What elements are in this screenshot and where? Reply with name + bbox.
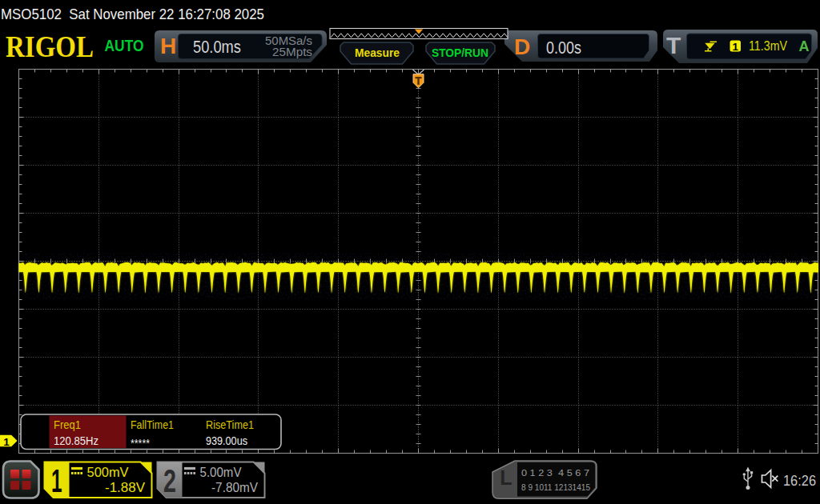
svg-text:H: H	[160, 34, 176, 58]
svg-text:L: L	[500, 466, 512, 489]
svg-text:RIGOL: RIGOL	[6, 30, 94, 63]
svg-text:1: 1	[732, 41, 738, 53]
svg-text:1: 1	[3, 436, 10, 448]
svg-text:A: A	[799, 38, 810, 54]
svg-text:5.00mV: 5.00mV	[200, 465, 243, 480]
svg-text:Measure: Measure	[355, 46, 400, 59]
svg-text:AUTO: AUTO	[105, 37, 144, 54]
svg-text:1: 1	[51, 463, 62, 498]
svg-text:FallTime1: FallTime1	[131, 418, 174, 431]
svg-text:Freq1: Freq1	[54, 418, 81, 431]
svg-text:16:26: 16:26	[783, 472, 816, 489]
svg-text:STOP/RUN: STOP/RUN	[432, 46, 488, 59]
svg-text:T: T	[666, 32, 681, 58]
svg-text:-7.80mV: -7.80mV	[211, 480, 259, 495]
svg-text:25Mpts: 25Mpts	[272, 45, 312, 58]
svg-text:0 1 2 3 4 5 6 7: 0 1 2 3 4 5 6 7	[521, 468, 589, 478]
svg-text:120.85Hz: 120.85Hz	[54, 434, 98, 447]
svg-text:0.00s: 0.00s	[546, 38, 581, 58]
svg-text:RiseTime1: RiseTime1	[206, 418, 254, 431]
svg-text:8 9 1011 12131415: 8 9 1011 12131415	[521, 482, 590, 492]
svg-text:500mV: 500mV	[87, 465, 130, 480]
svg-text:11.3mV: 11.3mV	[749, 38, 787, 53]
svg-text:MSO5102 Sat November 22 16:27: MSO5102 Sat November 22 16:27:08 2025	[1, 6, 264, 22]
svg-text:*****: *****	[131, 436, 150, 450]
svg-text:2: 2	[163, 463, 176, 498]
svg-text:50.0ms: 50.0ms	[193, 38, 241, 57]
svg-text:939.00us: 939.00us	[206, 434, 247, 447]
svg-text:-1.88V: -1.88V	[105, 480, 146, 495]
svg-text:D: D	[514, 34, 530, 59]
